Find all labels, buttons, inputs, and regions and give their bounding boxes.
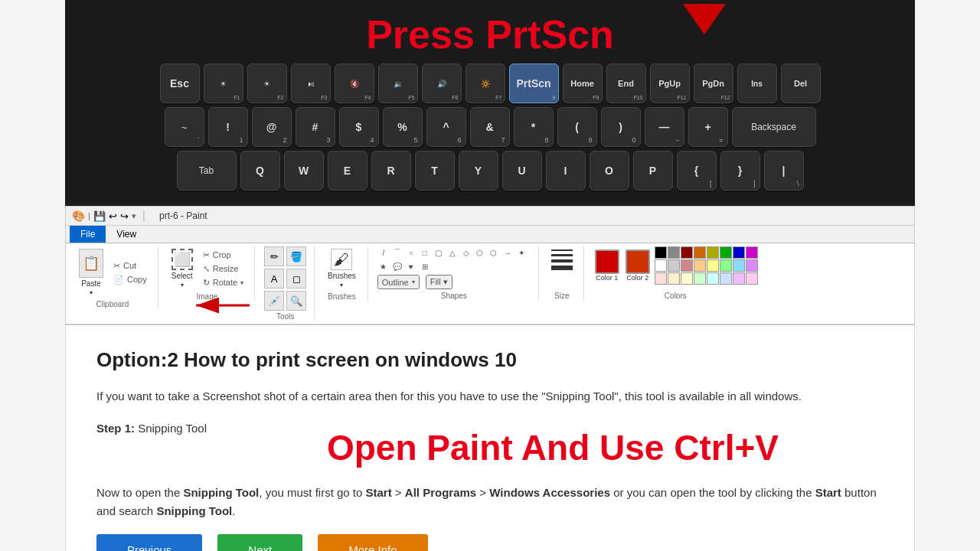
swatch-ltblue[interactable] [733,259,745,272]
pencil-tool[interactable]: ✏ [264,246,284,266]
key-f1[interactable]: ☀F1 [204,64,243,103]
resize-button[interactable]: ⤡Resize [200,263,247,275]
swatch-ltcyan[interactable] [707,272,719,285]
dropdown-icon[interactable]: ▾ [132,211,136,221]
key-tab[interactable]: Tab [177,151,237,191]
key-minus[interactable]: —− [645,107,684,147]
key-f6[interactable]: 🔊F6 [422,64,462,103]
save-icon[interactable]: 💾 [93,210,106,222]
swatch-white[interactable] [655,259,667,272]
key-4[interactable]: $4 [339,107,379,147]
key-tilde[interactable]: ~` [165,107,204,147]
cut-button[interactable]: ✂ Cut [110,260,150,272]
more-info-button[interactable]: More Info [318,534,427,551]
swatch-ltgreen[interactable] [720,259,732,272]
swatch-orange[interactable] [694,246,706,259]
shape-roundrect[interactable]: ▢ [433,246,445,259]
shape-expand[interactable]: ⊞ [419,260,431,272]
shape-curve[interactable]: ⌒ [391,246,403,259]
tab-view[interactable]: View [106,226,147,243]
swatch-cream[interactable] [668,272,680,285]
key-pgup[interactable]: PgUpF11 [650,64,690,103]
swatch-ltrose[interactable] [746,272,758,285]
key-del[interactable]: Del [781,64,821,103]
key-w[interactable]: W [284,151,324,191]
key-6[interactable]: ^6 [426,107,466,147]
key-f7[interactable]: 🔆F7 [466,64,505,103]
crop-button[interactable]: ✂Crop [200,249,247,261]
text-tool[interactable]: A [264,269,284,289]
shape-rect[interactable]: □ [419,246,431,259]
redo-icon[interactable]: ↪ [120,210,129,222]
swatch-darkred[interactable] [681,246,693,259]
key-8[interactable]: *8 [514,107,554,147]
key-y[interactable]: Y [459,151,498,191]
next-button[interactable]: Next [217,534,302,551]
swatch-lavender[interactable] [746,259,758,272]
shape-star5[interactable]: ★ [377,260,390,272]
key-ins[interactable]: Ins [737,64,777,103]
swatch-green[interactable] [720,246,732,259]
zoom-tool[interactable]: 🔍 [286,291,306,311]
key-u[interactable]: U [502,151,542,191]
key-5[interactable]: %5 [383,107,423,147]
swatch-lgray[interactable] [668,259,680,272]
key-9[interactable]: (9 [557,107,597,147]
paste-button[interactable]: 📋 Paste ▾ [75,246,107,298]
key-end[interactable]: EndF10 [606,64,646,103]
key-i[interactable]: I [546,151,586,191]
key-pgdn[interactable]: PgDnF12 [694,64,733,103]
color2-button[interactable]: Color 2 [624,248,652,283]
shape-line[interactable]: / [377,246,390,259]
swatch-ltyellow[interactable] [707,259,719,272]
tab-file[interactable]: File [70,226,106,243]
key-f5[interactable]: 🔉F5 [378,64,418,103]
swatch-blue[interactable] [733,246,745,259]
key-backspace[interactable]: Backspace [732,107,816,147]
color-picker-tool[interactable]: 💉 [264,291,284,311]
key-r[interactable]: R [371,151,411,191]
swatch-ltpink[interactable] [655,272,667,285]
shape-star4[interactable]: ✦ [515,246,528,259]
key-o[interactable]: O [590,151,629,191]
key-f2[interactable]: ☀F2 [247,64,287,103]
key-esc[interactable]: Esc [160,64,200,103]
shape-heart[interactable]: ♥ [405,260,417,272]
key-rbracket[interactable]: }] [720,151,760,191]
shape-oval[interactable]: ○ [405,246,417,259]
key-f4[interactable]: 🔇F4 [335,64,374,103]
swatch-ltpurple[interactable] [733,272,745,285]
shape-triangle[interactable]: △ [446,246,459,259]
key-3[interactable]: #3 [296,107,335,147]
key-backslash[interactable]: |\ [764,151,804,191]
fill-button[interactable]: Fill ▾ [426,275,452,289]
swatch-gray[interactable] [668,246,680,259]
eraser-tool[interactable]: ◻ [286,269,306,289]
key-q[interactable]: Q [240,151,280,191]
swatch-yellow[interactable] [707,246,719,259]
shape-diamond[interactable]: ◇ [460,246,472,259]
outline-button[interactable]: Outline▾ [377,275,420,289]
copy-button[interactable]: 📄 Copy [110,274,150,285]
previous-button[interactable]: Previous [96,534,202,551]
key-7[interactable]: &7 [470,107,510,147]
swatch-pink[interactable] [681,259,693,272]
swatch-ltgreen2[interactable] [694,272,706,285]
rotate-button[interactable]: ↻Rotate▾ [200,277,247,289]
key-t[interactable]: T [415,151,455,191]
swatch-black[interactable] [655,246,667,259]
shape-callout[interactable]: 💬 [391,260,403,272]
shape-hexagon[interactable]: ⬡ [488,246,500,259]
color1-button[interactable]: Color 1 [593,248,621,283]
key-lbracket[interactable]: {[ [677,151,717,191]
undo-icon[interactable]: ↩ [109,210,117,222]
swatch-ltblue2[interactable] [720,272,732,285]
key-prtscn[interactable]: PrtScn8 [509,64,559,103]
key-2[interactable]: @2 [252,107,292,147]
swatch-purple[interactable] [746,246,758,259]
key-p[interactable]: P [633,151,673,191]
select-button[interactable]: ⬜ Select ▾ [168,246,197,291]
key-f3[interactable]: ⏯F3 [291,64,331,103]
brushes-button[interactable]: 🖌 Brushes ▾ [324,246,360,291]
key-home[interactable]: HomeF9 [563,64,603,103]
